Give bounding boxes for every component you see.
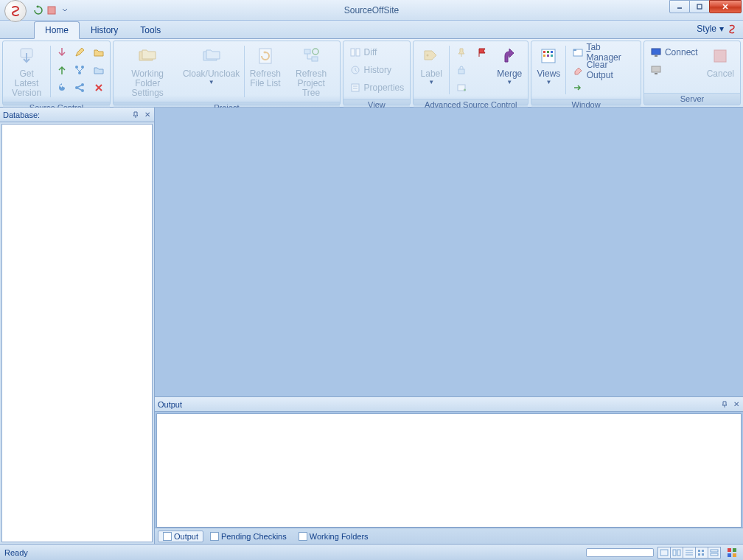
qat-stop-icon[interactable] [46,4,57,16]
diff-label: Diff [364,47,377,57]
svg-rect-39 [677,550,680,556]
svg-rect-50 [733,548,736,552]
group-project: Working Folder Settings Cloak/Uncloak ▼ … [113,41,340,105]
app-orb-button[interactable] [4,0,27,22]
status-text: Ready [4,548,28,557]
connect-button[interactable]: Connect [647,44,701,60]
tab-tools[interactable]: Tools [129,21,172,38]
cancel-button[interactable]: Cancel [702,43,739,91]
get-latest-button[interactable]: Get Latest Version [4,43,49,100]
title-bar: SourceOffSite [0,0,743,21]
refresh-tree-icon [299,44,323,68]
view-mode-4[interactable] [695,547,708,559]
output-text[interactable] [156,413,742,528]
refresh-tree-button[interactable]: Refresh Project Tree [285,43,338,100]
maximize-button[interactable] [689,0,710,13]
tab-manager-button[interactable]: Tab Manager [569,44,638,60]
properties-button[interactable]: Properties [346,80,408,96]
folders-icon [136,44,159,68]
tag-icon [419,44,443,68]
database-pane: Database: ✕ [0,108,155,544]
add-small-button[interactable] [453,80,470,96]
working-folder-label: Working Folder Settings [119,69,175,99]
svg-rect-35 [655,73,657,74]
tab-working-label: Working Folders [310,532,369,541]
flag-small-button[interactable] [473,44,491,60]
svg-rect-46 [702,553,704,556]
share-icon[interactable] [71,80,88,96]
view-mode-2[interactable] [670,547,683,559]
group-view: Diff History Properties View [343,41,411,105]
close-icon[interactable]: ✕ [731,399,742,410]
working-folder-button[interactable]: Working Folder Settings [115,43,180,100]
pin-icon[interactable] [719,399,730,410]
folder-icon[interactable] [91,44,107,60]
source-control-small-buttons [52,43,89,100]
status-bar: Ready [0,544,743,560]
view-switcher [658,547,721,559]
svg-rect-44 [702,550,704,552]
view-mode-3[interactable] [683,547,696,559]
views-label: Views [537,69,561,79]
refresh-file-icon [254,44,277,68]
delete-icon[interactable] [91,80,107,96]
diff-button[interactable]: Diff [346,44,408,60]
qat-refresh-icon[interactable] [32,4,44,16]
svg-rect-27 [543,55,545,57]
database-tree[interactable] [1,124,153,542]
edit-icon[interactable] [71,44,88,60]
download-arrow-icon [15,44,38,68]
style-menu[interactable]: Style ▾ [697,24,737,34]
qat-dropdown-icon[interactable] [59,4,71,16]
plus-icon [456,82,467,94]
svg-rect-37 [660,550,668,556]
lock-small-button[interactable] [453,62,470,78]
history-button[interactable]: History [346,62,408,78]
svg-rect-48 [711,553,718,556]
svg-rect-28 [547,55,549,57]
chevron-down-icon: ▼ [428,80,434,86]
close-icon[interactable]: ✕ [142,110,153,120]
window-controls [670,0,742,13]
tab-output-label: Output [174,532,198,541]
tab-working-folders[interactable]: Working Folders [293,531,374,542]
refresh-file-list-button[interactable]: Refresh File List [246,43,285,100]
branch-icon[interactable] [71,62,88,78]
group-server: Connect Cancel Server [643,41,741,105]
view-mode-1[interactable] [657,547,671,559]
tab-pending[interactable]: Pending Checkins [205,531,292,542]
merge-button[interactable]: Merge ▼ [492,43,526,97]
pin-small-button[interactable] [453,44,470,60]
clear-output-button[interactable]: Clear Output [569,62,638,78]
views-button[interactable]: Views ▼ [533,43,564,97]
label-button[interactable]: Label ▼ [415,43,447,97]
diff-icon [349,46,361,58]
tray-icon[interactable] [725,546,739,559]
svg-rect-14 [351,49,355,56]
clear-output-label: Clear Output [587,60,635,80]
flag-icon [476,46,488,58]
undo-icon[interactable] [54,80,70,96]
close-button[interactable] [709,0,742,13]
pin-icon[interactable] [130,110,141,120]
view-mode-5[interactable] [708,547,721,559]
merge-icon [498,44,521,68]
window-extra-button[interactable] [569,80,638,96]
folder-open-icon[interactable] [91,62,107,78]
quick-access-toolbar [32,4,71,16]
window-title: SourceOffSite [0,5,743,15]
disconnect-button[interactable] [647,62,701,78]
tab-output[interactable]: Output [158,531,203,542]
doc-icon [210,532,219,541]
tab-home[interactable]: Home [34,21,80,39]
checkin-icon[interactable] [54,62,70,78]
output-title: Output [158,400,182,409]
pin-icon [456,46,467,58]
cloak-button[interactable]: Cloak/Uncloak ▼ [180,43,243,100]
chevron-down-icon: ▾ [719,24,724,34]
svg-point-9 [81,89,84,92]
checkout-icon[interactable] [54,44,70,60]
tab-history[interactable]: History [80,21,129,38]
svg-rect-51 [728,553,731,557]
minimize-button[interactable] [669,0,690,13]
